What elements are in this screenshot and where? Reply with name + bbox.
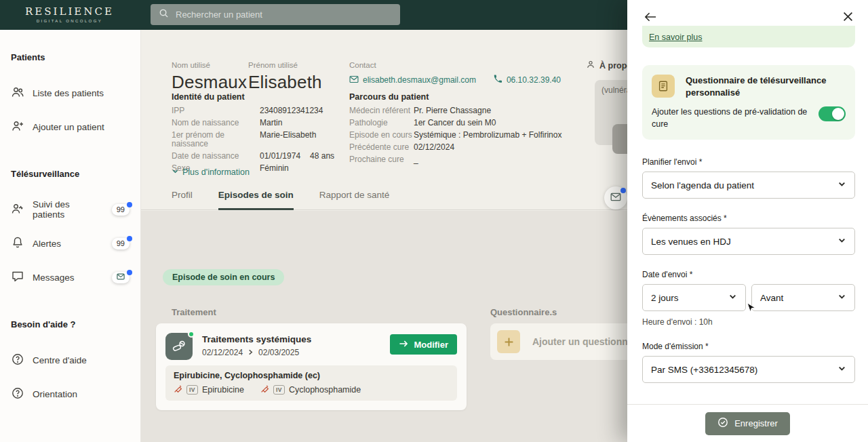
treatment-name: Traitements systémiques — [202, 334, 311, 344]
emission-mode-select[interactable]: Par SMS (+33612345678) — [642, 356, 855, 383]
sidebar-item-liste-des-patients[interactable]: Liste des patients — [11, 86, 130, 100]
brand-subtitle: DIGITAL ONCOLOGY — [25, 19, 114, 23]
questionnaire-icon — [652, 75, 675, 98]
close-icon — [843, 14, 853, 24]
patient-phone-link[interactable]: 06.10.32.39.40 — [494, 75, 561, 85]
patient-age: 48 ans — [310, 151, 334, 161]
notification-dot — [127, 270, 132, 275]
episode-status-badge: Episode de soin en cours — [163, 269, 284, 285]
medication-icon — [165, 333, 193, 360]
phone-icon — [494, 75, 502, 85]
parcours-label: Médecin référent — [349, 106, 414, 115]
chevron-down-icon — [837, 180, 846, 190]
tab-episodes-de-soin[interactable]: Episodes de soin — [218, 190, 294, 209]
emission-mode-label: Mode d'émission * — [642, 342, 855, 351]
chevron-down-icon — [837, 236, 846, 247]
back-button[interactable] — [642, 9, 658, 26]
sidebar-item-suivi-des-patients[interactable]: Suivi des patients 99 — [11, 203, 130, 216]
alertes-count-badge: 99 — [112, 238, 130, 249]
protocol-name: Epirubicine, Cyclophosphamide (ec) — [174, 371, 449, 380]
parcours-label: Précédente cure — [349, 143, 414, 152]
patients-monitoring-icon — [11, 202, 24, 218]
sidebar-item-label: Ajouter un patient — [33, 122, 104, 132]
chevron-down-icon — [728, 292, 737, 303]
search-icon — [159, 8, 169, 21]
notification-dot — [127, 236, 132, 241]
identity-value: Marie-Elisabeth — [260, 131, 334, 148]
arrow-left-icon — [644, 14, 657, 24]
sidebar-item-ajouter-un-patient[interactable]: Ajouter un patient — [11, 120, 130, 134]
send-plan-select[interactable]: Selon l'agenda du patient — [642, 172, 855, 199]
events-label: Évènements associés * — [642, 214, 855, 223]
patient-firstname: Elisabeth — [248, 72, 322, 93]
parcours-value: Systémique : Pembrolizumab + Folfirinox — [414, 131, 561, 140]
tab-profil[interactable]: Profil — [172, 190, 193, 209]
check-circle-icon — [717, 417, 728, 430]
sidebar-item-messages[interactable]: Messages — [11, 270, 130, 284]
patient-email-link[interactable]: elisabeth.desmaux@gmail.com — [349, 75, 476, 85]
sidebar-item-alertes[interactable]: Alertes 99 — [11, 237, 130, 250]
brand-logo: RESILIENCE DIGITAL ONCOLOGY — [25, 5, 114, 23]
suivi-count-badge: 99 — [112, 204, 130, 216]
identity-label: Date de naissance — [172, 152, 260, 161]
notification-dot — [127, 202, 132, 207]
send-message-button[interactable] — [604, 186, 627, 209]
send-date-count-select[interactable]: 2 jours — [642, 284, 746, 311]
firstname-label: Prénom utilisé — [248, 61, 322, 69]
protocol-card: Epirubicine, Cyclophosphamide (ec) IV Ep… — [165, 365, 457, 401]
identity-title: Identité du patient — [172, 92, 334, 102]
parcours-value: Pr. Pierre Chassagne — [414, 106, 561, 115]
messages-badge — [112, 272, 130, 283]
sidebar: Patients Liste des patients Ajouter un p… — [0, 30, 141, 442]
sidebar-item-label: Orientation — [33, 389, 77, 399]
modify-treatment-button[interactable]: Modifier — [390, 334, 457, 355]
identity-label: 1er prénom de naissance — [172, 131, 260, 148]
events-select[interactable]: Les venues en HDJ — [642, 228, 855, 255]
sidebar-section-patients: Patients — [11, 52, 140, 63]
send-time-hint: Heure d'envoi : 10h — [642, 317, 855, 327]
identity-value: 01/01/197448 ans — [260, 152, 334, 161]
plus-icon — [497, 330, 520, 353]
route-tag: IV — [186, 385, 198, 395]
sidebar-item-orientation[interactable]: Orientation — [11, 387, 130, 401]
save-button[interactable]: Enregistrer — [705, 412, 790, 435]
more-information-link[interactable]: Plus d'information — [172, 167, 250, 177]
sidebar-item-label: Centre d'aide — [33, 355, 87, 365]
sidebar-item-label: Suivi des patients — [33, 199, 104, 220]
status-dot — [188, 331, 195, 338]
parcours-label: Episode en cours — [349, 131, 414, 140]
parcours-value: 1er Cancer du sein M0 — [414, 119, 561, 127]
close-button[interactable] — [840, 9, 856, 26]
envelope-icon — [610, 192, 621, 204]
parcours-section: Parcours du patient Médecin référentPr. … — [349, 92, 561, 164]
parcours-value: _ — [414, 155, 561, 164]
treatment-dates: 02/12/2024 02/03/2025 — [202, 348, 299, 357]
prevalidation-toggle[interactable] — [818, 106, 846, 121]
identity-value: Martin — [260, 119, 334, 127]
drug-item: IV Cyclophosphamide — [260, 384, 361, 395]
drug-item: IV Epirubicine — [174, 384, 244, 395]
treatment-section-title: Traitement — [172, 307, 216, 317]
sidebar-section-aide: Besoin d'aide ? — [11, 319, 140, 330]
send-date-position-select[interactable]: Avant — [751, 284, 855, 311]
identity-label: Nom de naissance — [172, 119, 260, 127]
sidebar-section-telesurveillance: Télésurveillance — [11, 169, 140, 180]
tab-rapport-de-sante[interactable]: Rapport de santé — [319, 190, 390, 209]
questionnaires-section-title: Questionnaire.s — [490, 307, 557, 317]
parcours-label: Pathologie — [349, 119, 414, 127]
send-date-label: Date d'envoi * — [642, 270, 855, 279]
learn-more-link[interactable]: En savoir plus — [649, 33, 703, 42]
help-circle-icon — [11, 386, 24, 402]
drug-name: Epirubicine — [202, 385, 244, 395]
drawer-scroll-area[interactable]: En savoir plus Questionnaire de télésurv… — [642, 26, 855, 401]
patients-list-icon — [11, 85, 24, 101]
identity-value: Féminin — [260, 164, 334, 173]
patient-search[interactable] — [151, 4, 400, 25]
search-input[interactable] — [176, 9, 392, 20]
syringe-icon — [174, 384, 182, 395]
drug-name: Cyclophosphamide — [289, 385, 361, 395]
syringe-icon — [260, 384, 269, 395]
add-patient-icon — [11, 119, 24, 135]
sidebar-item-centre-d-aide[interactable]: Centre d'aide — [11, 353, 130, 367]
notification-dot — [620, 188, 626, 193]
